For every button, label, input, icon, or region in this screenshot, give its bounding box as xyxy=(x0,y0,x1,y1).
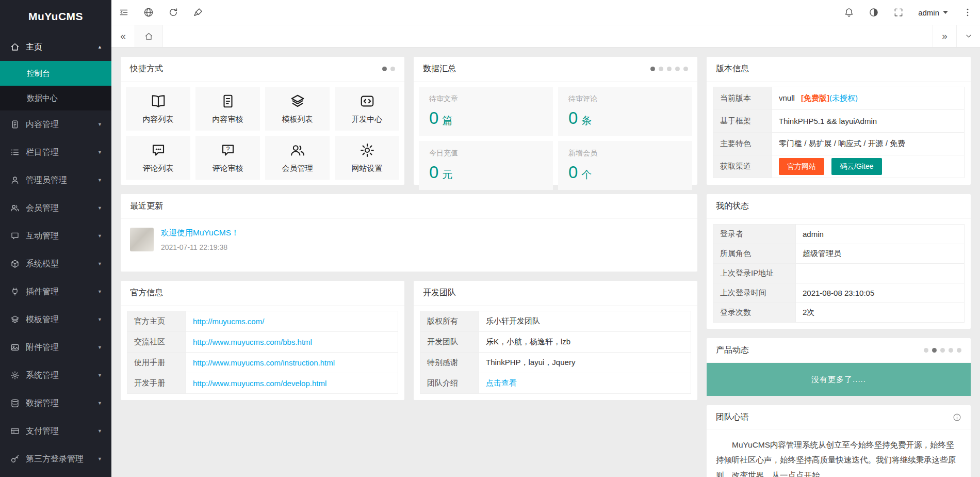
quick-link-site-settings[interactable]: 网站设置 xyxy=(335,136,399,180)
carousel-dot[interactable] xyxy=(382,67,387,71)
sidebar-item-label: 第三方登录管理 xyxy=(26,454,84,465)
tab-home[interactable] xyxy=(135,25,163,47)
row-value: 乐K，小航，杨逸轩，lzb xyxy=(479,332,691,353)
brush-icon xyxy=(193,7,203,18)
row-value: http://www.muyucms.com/bbs.html xyxy=(186,332,398,353)
quick-link-template-list[interactable]: 模板列表 xyxy=(265,87,330,131)
info-icon[interactable] xyxy=(953,413,961,422)
sidebar-item-admin-mgmt[interactable]: 管理员管理 ▼ xyxy=(0,166,111,194)
sidebar-item-home[interactable]: 主页 ▲ xyxy=(0,33,111,61)
sidebar-item-template-mgmt[interactable]: 模板管理 ▼ xyxy=(0,306,111,333)
carousel-dot[interactable] xyxy=(675,67,680,71)
layers-icon xyxy=(290,93,305,109)
quick-link-content-list[interactable]: 内容列表 xyxy=(126,87,190,131)
card-title: 数据汇总 xyxy=(423,63,456,74)
sidebar-item-label: 控制台 xyxy=(27,69,50,77)
clear-cache-button[interactable] xyxy=(186,0,210,25)
quick-link-label: 会员管理 xyxy=(282,164,313,173)
sidebar-item-content-mgmt[interactable]: 内容管理 ▼ xyxy=(0,110,111,138)
tabs-menu-button[interactable] xyxy=(956,25,980,47)
row-label: 所属角色 xyxy=(713,244,796,264)
fullscreen-button[interactable] xyxy=(886,0,911,25)
sidebar-item-thirdparty-login[interactable]: 第三方登录管理 ▼ xyxy=(0,445,111,473)
collapse-sidebar-button[interactable] xyxy=(111,0,136,25)
carousel-dot[interactable] xyxy=(932,348,937,353)
chevron-down-icon: ▼ xyxy=(97,122,102,127)
user-menu[interactable]: admin xyxy=(911,0,955,25)
top-bar-right: admin xyxy=(837,0,980,25)
team-intro-link[interactable]: 点击查看 xyxy=(486,378,517,387)
product-news-card: 产品动态 没有更多了..... xyxy=(707,338,971,396)
row-label: 主要特色 xyxy=(713,133,772,155)
globe-icon xyxy=(143,7,154,18)
kebab-icon xyxy=(962,7,973,18)
carousel-dot[interactable] xyxy=(659,67,663,71)
sidebar-item-data-mgmt[interactable]: 数据管理 ▼ xyxy=(0,389,111,417)
sidebar-item-payment-mgmt[interactable]: 支付管理 ▼ xyxy=(0,417,111,445)
row-label: 版权所有 xyxy=(420,311,479,332)
dev-team-body: 版权所有 乐小轩开发团队 开发团队 乐K，小航，杨逸轩，lzb 特别感谢 Thi… xyxy=(414,306,697,400)
stat-value: 0元 xyxy=(429,163,543,182)
community-link[interactable]: http://www.muyucms.com/bbs.html xyxy=(193,338,312,346)
quick-link-label: 评论审核 xyxy=(213,164,243,173)
sidebar-item-member-mgmt[interactable]: 会员管理 ▼ xyxy=(0,194,111,222)
quick-link-comment-review[interactable]: ? 评论审核 xyxy=(195,136,260,180)
carousel-dot[interactable] xyxy=(940,348,945,353)
quick-link-comment-list[interactable]: 评论列表 xyxy=(126,136,190,180)
stat-label: 待审评论 xyxy=(568,94,682,104)
dev-manual-link[interactable]: http://www.muyucms.com/develop.html xyxy=(193,379,326,388)
card-header: 最近更新 xyxy=(121,194,697,219)
row-value: ThinkPHP，layui，Jquery xyxy=(479,353,691,373)
carousel-dot[interactable] xyxy=(683,67,688,71)
more-menu-button[interactable] xyxy=(955,0,980,25)
update-title-link[interactable]: 欢迎使用MuYuCMS！ xyxy=(161,228,239,239)
theme-button[interactable] xyxy=(861,0,886,25)
gitee-button[interactable]: 码云/Gitee xyxy=(831,158,881,175)
quick-link-dev-center[interactable]: 开发中心 xyxy=(335,87,399,131)
official-home-link[interactable]: http://muyucms.com/ xyxy=(193,317,264,326)
tabs-scroll-left-button[interactable]: « xyxy=(111,25,135,47)
sidebar-item-column-mgmt[interactable]: 栏目管理 ▼ xyxy=(0,138,111,166)
row-value: http://muyucms.com/ xyxy=(186,311,398,332)
main-area: admin « » 快捷方式 xyxy=(111,0,980,477)
carousel-dot[interactable] xyxy=(949,348,953,353)
caret-down-icon xyxy=(943,11,948,14)
official-site-button[interactable]: 官方网站 xyxy=(779,158,824,175)
stat-value: 0个 xyxy=(568,163,682,182)
carousel-indicators xyxy=(924,348,961,353)
version-info-card: 版本信息 当前版本 vnull [免费版](未授权) 基于框架 xyxy=(707,57,971,185)
row-label: 上次登录IP地址 xyxy=(713,264,796,283)
table-row: 所属角色 超级管理员 xyxy=(713,244,965,264)
sidebar-item-attachment-mgmt[interactable]: 附件管理 ▼ xyxy=(0,333,111,361)
quick-link-member-mgmt[interactable]: 会员管理 xyxy=(265,136,330,180)
carousel-dot[interactable] xyxy=(667,67,672,71)
sidebar-item-interaction-mgmt[interactable]: 互动管理 ▼ xyxy=(0,222,111,250)
card-title: 我的状态 xyxy=(716,201,749,212)
shrink-icon xyxy=(119,7,129,18)
row-label: 团队介绍 xyxy=(420,373,479,394)
manual-link[interactable]: http://www.muyucms.com/instruction.html xyxy=(193,358,335,367)
card-header: 官方信息 xyxy=(121,281,404,306)
row-label: 交流社区 xyxy=(127,332,186,353)
version-license-link[interactable]: (未授权) xyxy=(829,93,858,102)
refresh-button[interactable] xyxy=(161,0,186,25)
quick-link-content-review[interactable]: 内容审核 xyxy=(195,87,260,131)
row-label: 基于框架 xyxy=(713,110,772,133)
sidebar-item-data-center[interactable]: 数据中心 xyxy=(0,86,111,110)
carousel-dot[interactable] xyxy=(924,348,928,353)
chevrons-left-icon: « xyxy=(120,30,126,42)
sidebar-item-label: 栏目管理 xyxy=(26,147,59,158)
table-row: 特别感谢 ThinkPHP，layui，Jquery xyxy=(420,353,691,373)
sidebar-item-system-mgmt[interactable]: 系统管理 ▼ xyxy=(0,361,111,389)
carousel-dot[interactable] xyxy=(390,67,395,71)
carousel-dot[interactable] xyxy=(650,67,655,71)
carousel-dot[interactable] xyxy=(957,348,961,353)
globe-button[interactable] xyxy=(136,0,161,25)
comment-question-icon: ? xyxy=(220,142,236,158)
tabs-scroll-right-button[interactable]: » xyxy=(933,25,956,47)
sidebar-item-console[interactable]: 控制台 xyxy=(0,61,111,86)
sidebar-item-plugin-mgmt[interactable]: 插件管理 ▼ xyxy=(0,278,111,306)
notifications-button[interactable] xyxy=(837,0,861,25)
sidebar-item-label: 数据管理 xyxy=(26,398,59,409)
sidebar-item-system-model[interactable]: 系统模型 ▼ xyxy=(0,250,111,278)
